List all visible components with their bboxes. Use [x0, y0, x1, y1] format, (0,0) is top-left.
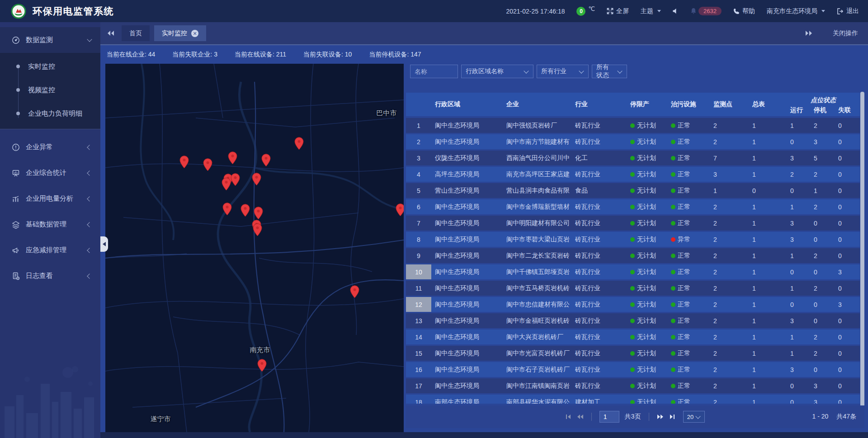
status-dot-icon	[630, 123, 635, 128]
mute-button[interactable]	[673, 8, 679, 14]
cell-industry: 砖瓦行业	[571, 378, 627, 393]
table-row[interactable]: 4高坪生态环境局南充市高坪区王家店建砖瓦行业无计划正常31220	[406, 167, 860, 182]
table-row[interactable]: 18南部生态环境局南部县砚华水泥有限公建材加工无计划正常21030	[406, 395, 860, 404]
tab-realtime-monitoring[interactable]: 实时监控 ✕	[154, 25, 206, 41]
sidebar-item-electricity-analysis[interactable]: 企业用电量分析	[0, 186, 100, 212]
sidebar-item-enterprise-abnormal[interactable]: 企业异常	[0, 134, 100, 160]
logout-button[interactable]: 退出	[837, 7, 859, 15]
table-row[interactable]: 12阆中生态环境局阆中市忠信建材有限公砖瓦行业无计划正常21003	[406, 297, 860, 312]
divider	[649, 413, 649, 421]
close-operations-button[interactable]: 关闭操作	[833, 29, 858, 38]
cell-region: 营山生态环境局	[431, 183, 503, 198]
name-search-input[interactable]	[410, 65, 458, 78]
table-row[interactable]: 2阆中生态环境局阆中市南方节能建材有砖瓦行业无计划正常21030	[406, 134, 860, 149]
tabs-scroll-left-button[interactable]	[107, 30, 114, 36]
sidebar-item-basic-data[interactable]: 基础数据管理	[0, 212, 100, 237]
cell-industry: 砖瓦行业	[571, 199, 627, 214]
pagination-bar: 共3页 20	[406, 405, 864, 428]
map-pin[interactable]	[203, 158, 212, 171]
industry-select[interactable]: 所有行业	[537, 65, 589, 78]
facility-status-label: 正常	[678, 252, 690, 260]
cell-index: 15	[406, 346, 431, 361]
status-dot-icon	[671, 351, 675, 356]
first-page-button[interactable]	[566, 414, 571, 419]
table-row[interactable]: 16阆中生态环境局阆中市石子页岩机砖厂砖瓦行业无计划正常21300	[406, 362, 860, 377]
map-pin[interactable]	[253, 223, 262, 236]
region-select[interactable]: 行政区域名称	[461, 65, 533, 78]
sidebar-collapse-button[interactable]	[100, 236, 108, 252]
table-row[interactable]: 8阆中生态环境局阆中市枣碧大梁山页岩砖瓦行业无计划异常21300	[406, 232, 860, 247]
cell-production-status: 无计划	[627, 297, 667, 312]
table-row[interactable]: 6阆中生态环境局阆中市金博瑞新型墙材砖瓦行业无计划正常21120	[406, 199, 860, 214]
theme-menu[interactable]: 主题	[641, 7, 661, 15]
sidebar-item-log-view[interactable]: 日志查看	[0, 263, 100, 289]
sidebar-item-label: 企业综合统计	[26, 169, 82, 177]
vertical-scrollbar[interactable]	[860, 92, 864, 407]
page-number-input[interactable]	[599, 411, 619, 423]
map-pin[interactable]	[396, 203, 404, 217]
org-menu[interactable]: 南充市生态环境局	[767, 7, 825, 15]
table-row[interactable]: 7阆中生态环境局阆中明阳建材有限公司砖瓦行业无计划正常21300	[406, 216, 860, 231]
map-pin[interactable]	[222, 203, 232, 216]
cell-lost: 0	[835, 378, 860, 393]
cell-production-status: 无计划	[627, 216, 667, 231]
cell-points: 2	[710, 313, 749, 328]
cell-region: 阆中生态环境局	[431, 330, 503, 344]
map-pin[interactable]	[228, 151, 237, 165]
map-pin[interactable]	[294, 137, 304, 150]
map-pin[interactable]	[241, 204, 250, 217]
map-pin[interactable]	[350, 285, 359, 298]
sidebar-item-data-monitoring[interactable]: 数据监测	[0, 27, 100, 53]
table-row[interactable]: 9阆中生态环境局阆中市二龙长宝页岩砖砖瓦行业无计划正常21120	[406, 248, 860, 263]
table-row[interactable]: 3仪陇生态环境局西南油气田分公司川中化工无计划正常71350	[406, 151, 860, 165]
map-panel[interactable]: 巴中市南充市遂宁市	[105, 64, 404, 432]
table-row[interactable]: 10阆中生态环境局阆中千佛镇五郎垭页岩砖瓦行业无计划正常21003	[406, 264, 860, 279]
cell-meters: 1	[749, 216, 787, 231]
column-header-meters: 总表	[749, 93, 787, 116]
table-row[interactable]: 1阆中生态环境局阆中强锐页岩砖厂砖瓦行业无计划正常21120	[406, 118, 860, 133]
sidebar-item-power-load-detail[interactable]: 企业电力负荷明细	[0, 102, 100, 125]
megaphone-icon	[12, 246, 20, 254]
stat-item: 当前失联企业: 3	[172, 51, 217, 59]
sidebar-item-video-monitoring[interactable]: 视频监控	[0, 78, 100, 102]
cell-facility-status: 正常	[667, 264, 710, 279]
facility-status-label: 正常	[678, 219, 690, 227]
previous-page-button[interactable]	[576, 414, 584, 419]
status-select[interactable]: 所有状态	[592, 65, 627, 78]
fullscreen-button[interactable]: 全屏	[607, 7, 629, 15]
map-pin[interactable]	[179, 155, 189, 169]
map-pin[interactable]	[254, 207, 263, 220]
last-page-button[interactable]	[670, 414, 675, 419]
map-pin[interactable]	[257, 359, 267, 372]
table-row[interactable]: 14阆中生态环境局阆中大兴页岩机砖厂砖瓦行业无计划正常21120	[406, 330, 860, 344]
cell-points: 2	[710, 264, 749, 279]
tab-home[interactable]: 首页	[122, 25, 150, 41]
close-tab-icon[interactable]: ✕	[191, 30, 198, 37]
stat-item: 当前失联设备: 10	[303, 51, 352, 59]
sidebar-item-enterprise-statistics[interactable]: 企业综合统计	[0, 160, 100, 186]
status-dot-icon	[671, 254, 675, 258]
cell-facility-status: 正常	[667, 118, 710, 133]
sidebar-item-emergency-reduction[interactable]: 应急减排管理	[0, 237, 100, 263]
map-pin[interactable]	[222, 178, 231, 191]
help-button[interactable]: 帮助	[733, 7, 755, 15]
table-row[interactable]: 17阆中生态环境局阆中市江南镇阆南页岩砖瓦行业无计划正常21030	[406, 378, 860, 393]
notifications[interactable]: 2632	[690, 7, 722, 15]
tabs-scroll-right-button[interactable]	[805, 30, 813, 36]
cell-production-status: 无计划	[627, 378, 667, 393]
page-size-select[interactable]: 20	[683, 411, 705, 423]
table-row[interactable]: 15阆中生态环境局阆中市光富页岩机砖厂砖瓦行业无计划正常21120	[406, 346, 860, 361]
sidebar-item-realtime-monitoring[interactable]: 实时监控	[0, 55, 100, 78]
cell-stopped: 0	[810, 297, 835, 312]
table-row[interactable]: 5营山生态环境局营山县润丰肉食品有限食品无计划正常10010	[406, 183, 860, 198]
table-row[interactable]: 13阆中生态环境局阆中市金福旺页岩机砖砖瓦行业无计划正常21300	[406, 313, 860, 328]
production-status-label: 无计划	[637, 219, 656, 227]
chevron-left-icon	[87, 170, 92, 175]
cell-stopped: 2	[810, 281, 835, 296]
cell-facility-status: 正常	[667, 313, 710, 328]
map-pin[interactable]	[261, 154, 271, 167]
table-row[interactable]: 11阆中生态环境局阆中市五马桥页岩机砖砖瓦行业无计划正常21120	[406, 281, 860, 296]
map-pin[interactable]	[252, 173, 261, 186]
map-pin[interactable]	[231, 173, 240, 186]
next-page-button[interactable]	[657, 414, 664, 419]
